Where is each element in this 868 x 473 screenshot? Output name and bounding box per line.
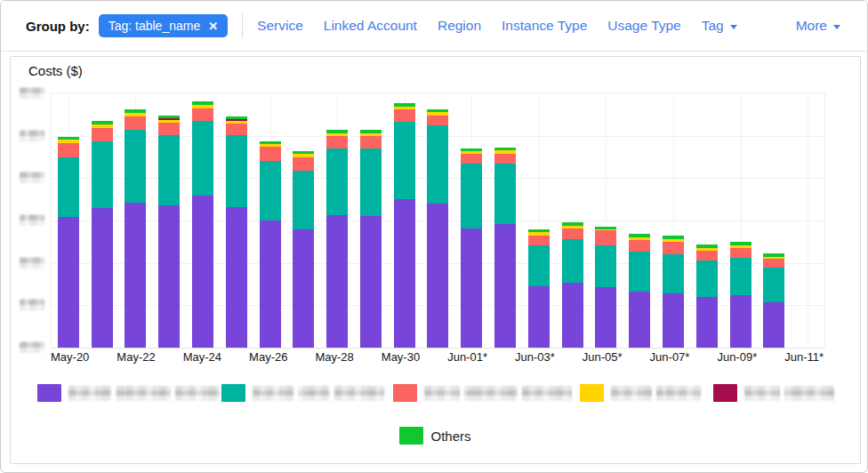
bar-segment-series-3-salmon[interactable] — [696, 251, 718, 261]
bar-segment-series-1-purple[interactable] — [595, 287, 616, 348]
bar-May-27[interactable] — [293, 151, 314, 348]
bar-May-26[interactable] — [260, 141, 281, 348]
bar-Jun-01[interactable] — [461, 148, 482, 348]
bar-segment-series-3-salmon[interactable] — [360, 136, 382, 148]
toolbar-link-linked-account[interactable]: Linked Account — [324, 18, 417, 34]
bar-segment-series-3-salmon[interactable] — [427, 116, 448, 124]
bar-segment-series-3-salmon[interactable] — [394, 109, 415, 122]
bar-segment-series-3-salmon[interactable] — [629, 240, 650, 252]
bar-segment-series-3-salmon[interactable] — [226, 124, 247, 135]
bar-Jun-05[interactable] — [595, 227, 616, 348]
bar-segment-series-2-teal[interactable] — [58, 157, 79, 217]
bar-segment-series-1-purple[interactable] — [663, 293, 684, 348]
bar-segment-series-2-teal[interactable] — [595, 245, 616, 287]
bar-segment-series-2-teal[interactable] — [427, 125, 448, 204]
bar-segment-series-3-salmon[interactable] — [595, 230, 616, 245]
bar-segment-series-1-purple[interactable] — [730, 295, 751, 348]
bar-segment-series-1-purple[interactable] — [394, 199, 415, 348]
bar-segment-series-2-teal[interactable] — [293, 171, 314, 228]
bar-segment-series-3-salmon[interactable] — [562, 228, 583, 239]
toolbar-link-label: Region — [438, 18, 481, 34]
bar-segment-series-1-purple[interactable] — [125, 203, 146, 348]
bar-Jun-02[interactable] — [494, 148, 516, 348]
toolbar-link-more[interactable]: More — [796, 18, 840, 34]
bar-segment-series-2-teal[interactable] — [260, 161, 281, 220]
bar-segment-series-2-teal[interactable] — [629, 252, 650, 292]
toolbar-link-service[interactable]: Service — [257, 18, 303, 34]
bar-segment-series-3-salmon[interactable] — [730, 248, 751, 258]
bar-Jun-03[interactable] — [528, 229, 550, 348]
bar-segment-series-2-teal[interactable] — [730, 258, 751, 295]
bar-segment-series-3-salmon[interactable] — [461, 154, 482, 164]
bar-segment-series-1-purple[interactable] — [158, 205, 180, 348]
bar-segment-series-1-purple[interactable] — [528, 286, 550, 348]
bar-segment-series-1-purple[interactable] — [92, 208, 113, 348]
bar-segment-series-3-salmon[interactable] — [663, 242, 684, 254]
bar-segment-series-2-teal[interactable] — [528, 245, 550, 286]
bar-segment-series-2-teal[interactable] — [92, 141, 113, 208]
bar-segment-series-3-salmon[interactable] — [158, 123, 180, 135]
legend-swatch-others — [399, 427, 423, 445]
bar-segment-series-3-salmon[interactable] — [528, 236, 550, 245]
bar-Jun-10[interactable] — [763, 253, 784, 348]
group-by-tag-pill[interactable]: Tag: table_name ✕ — [99, 14, 228, 37]
bar-segment-series-1-purple[interactable] — [58, 217, 79, 348]
bar-Jun-09[interactable] — [730, 242, 751, 348]
bar-May-25[interactable] — [226, 116, 247, 348]
bar-segment-series-1-purple[interactable] — [360, 216, 382, 348]
bar-Jun-06[interactable] — [629, 234, 650, 348]
bar-Jun-08[interactable] — [696, 245, 718, 348]
bar-segment-series-1-purple[interactable] — [562, 283, 583, 348]
bar-segment-series-2-teal[interactable] — [326, 148, 348, 215]
bar-May-22[interactable] — [125, 109, 146, 348]
bar-segment-series-2-teal[interactable] — [763, 268, 784, 302]
bar-May-31[interactable] — [427, 109, 448, 348]
bar-segment-series-2-teal[interactable] — [663, 254, 684, 293]
bar-segment-series-2-teal[interactable] — [696, 261, 718, 297]
bar-segment-series-3-salmon[interactable] — [494, 154, 516, 164]
bar-segment-series-1-purple[interactable] — [192, 196, 213, 348]
remove-tag-icon[interactable]: ✕ — [208, 20, 218, 32]
toolbar-link-instance-type[interactable]: Instance Type — [502, 18, 587, 34]
bar-segment-series-3-salmon[interactable] — [260, 147, 281, 161]
bar-segment-series-1-purple[interactable] — [326, 215, 348, 348]
bar-May-21[interactable] — [92, 121, 113, 348]
bar-segment-series-3-salmon[interactable] — [326, 136, 348, 148]
bar-segment-series-3-salmon[interactable] — [192, 108, 213, 120]
bar-Jun-07[interactable] — [663, 236, 684, 348]
bar-May-20[interactable] — [58, 137, 79, 348]
bar-segment-series-1-purple[interactable] — [226, 207, 247, 348]
bar-segment-series-2-teal[interactable] — [494, 164, 516, 224]
bar-segment-series-1-purple[interactable] — [427, 204, 448, 348]
bar-segment-series-2-teal[interactable] — [226, 135, 247, 207]
bar-May-30[interactable] — [394, 103, 415, 348]
bar-segment-series-2-teal[interactable] — [360, 148, 382, 217]
toolbar-link-usage-type[interactable]: Usage Type — [607, 18, 680, 34]
bar-segment-series-1-purple[interactable] — [461, 228, 482, 348]
bar-segment-series-2-teal[interactable] — [158, 135, 180, 205]
redacted-text-block — [424, 386, 460, 401]
bar-segment-series-1-purple[interactable] — [293, 229, 314, 348]
bar-May-24[interactable] — [192, 101, 213, 348]
bar-segment-series-2-teal[interactable] — [125, 130, 146, 203]
bar-segment-series-1-purple[interactable] — [494, 224, 516, 348]
bar-May-23[interactable] — [158, 116, 180, 348]
bar-May-29[interactable] — [360, 130, 382, 348]
bar-Jun-04[interactable] — [562, 222, 583, 348]
toolbar-link-region[interactable]: Region — [438, 18, 481, 34]
bar-segment-series-3-salmon[interactable] — [58, 143, 79, 156]
bar-May-28[interactable] — [326, 130, 348, 348]
bar-segment-series-1-purple[interactable] — [696, 297, 718, 348]
bar-segment-series-3-salmon[interactable] — [92, 128, 113, 141]
bar-segment-series-3-salmon[interactable] — [125, 116, 146, 130]
bar-segment-series-1-purple[interactable] — [763, 302, 784, 348]
bar-segment-series-2-teal[interactable] — [394, 122, 415, 199]
bar-segment-series-3-salmon[interactable] — [763, 259, 784, 268]
bar-segment-series-2-teal[interactable] — [461, 164, 482, 228]
bar-segment-series-3-salmon[interactable] — [293, 157, 314, 172]
bar-segment-series-2-teal[interactable] — [562, 239, 583, 283]
bar-segment-series-1-purple[interactable] — [629, 292, 650, 348]
bar-segment-series-1-purple[interactable] — [260, 220, 281, 348]
bar-segment-series-2-teal[interactable] — [192, 121, 213, 196]
toolbar-link-tag[interactable]: Tag — [702, 18, 737, 34]
